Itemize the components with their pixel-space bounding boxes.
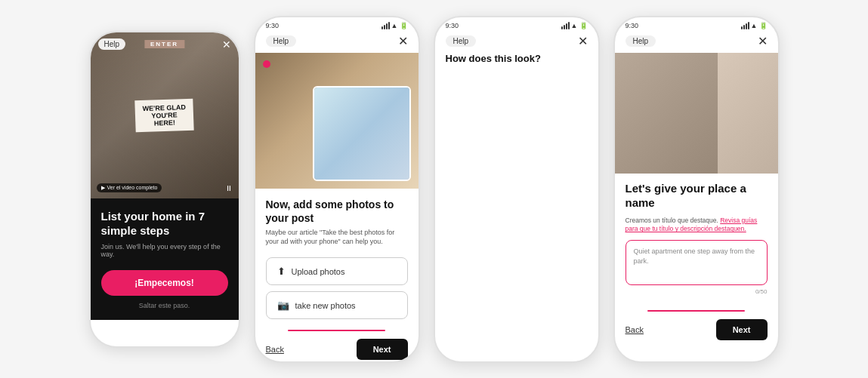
take-photos-button[interactable]: 📷 take new photos: [266, 291, 408, 319]
guides-link[interactable]: Revisa guías para que tu título y descri…: [626, 217, 758, 233]
status-bar-3: 9:30 ▲ 🔋: [435, 17, 598, 31]
status-bar-2: 9:30 ▲ 🔋: [255, 17, 419, 31]
enter-banner: ENTER: [144, 40, 184, 48]
phone3-top-bar: Help ✕: [435, 31, 598, 53]
phones-container: ENTER WE'RE GLAD YOU'RE HERE! ▶ Ver el v…: [89, 16, 780, 363]
subtitle: Join us. We'll help you every step of th…: [101, 243, 228, 258]
phone-3: 9:30 ▲ 🔋 Help ✕ How does this look? Drag…: [434, 16, 600, 363]
close-button-2[interactable]: ✕: [398, 34, 408, 48]
help-tag-4[interactable]: Help: [626, 35, 656, 47]
name-input[interactable]: Quiet apartment one step away from the p…: [626, 240, 768, 285]
signal-icon: [381, 22, 390, 29]
next-button-4[interactable]: Next: [716, 319, 768, 340]
time-4: 9:30: [626, 22, 639, 29]
how-header: How does this look? Drag to reorder ⬆ Up…: [435, 53, 598, 363]
next-button-2[interactable]: Next: [357, 339, 408, 360]
help-tag[interactable]: Help: [266, 35, 297, 47]
sign-line1: WE'RE GLAD: [142, 103, 185, 112]
phone-2: 9:30 ▲ 🔋 Help ✕ Now, add some photos to …: [254, 16, 420, 363]
status-icons-3: ▲ 🔋: [561, 22, 588, 29]
camera-preview: [255, 53, 419, 189]
phone4-top-bar: Help ✕: [615, 31, 778, 53]
record-dot: [263, 60, 270, 68]
status-icons-4: ▲ 🔋: [741, 22, 768, 29]
battery-icon-3: 🔋: [579, 22, 588, 29]
nav-bar-2: Back Next: [255, 331, 419, 362]
nav-bar-4: Back Next: [615, 312, 778, 351]
back-button-2[interactable]: Back: [266, 345, 284, 354]
hero-two-panel: [615, 53, 778, 174]
upload-icon: ⬆: [277, 266, 286, 277]
room-content: [314, 88, 409, 180]
skip-text: Saltar este paso.: [101, 302, 228, 309]
char-count: 0/50: [626, 288, 768, 295]
phone2-top-bar: Help ✕: [255, 31, 419, 53]
sign: WE'RE GLAD YOU'RE HERE!: [134, 98, 194, 132]
upload-photos-button[interactable]: ⬆ Upload photos: [266, 257, 408, 285]
battery-icon: 🔋: [400, 22, 408, 29]
camera-icon: 📷: [277, 300, 289, 311]
section-title: Now, add some photos to your post: [266, 198, 408, 225]
phone4-hero: [615, 53, 778, 174]
pause-button[interactable]: ⏸: [225, 184, 233, 192]
battery-icon-4: 🔋: [759, 22, 768, 29]
name-section: Let's give your place a name Creamos un …: [615, 174, 778, 300]
wifi-icon-4: ▲: [751, 22, 758, 29]
close-button[interactable]: ✕: [222, 38, 231, 51]
close-button-3[interactable]: ✕: [578, 34, 588, 48]
phone-4: 9:30 ▲ 🔋 Help ✕ Let's give your place a …: [613, 16, 780, 363]
phone1-hero: ENTER WE'RE GLAD YOU'RE HERE! ▶ Ver el v…: [91, 32, 239, 198]
wifi-icon-3: ▲: [571, 22, 578, 29]
upload-section: Now, add some photos to your post Maybe …: [255, 189, 419, 320]
desc-text: Creamos un título que destaque. Revisa g…: [626, 217, 768, 235]
main-title: List your home in 7 simple steps: [101, 209, 228, 238]
room-preview: [313, 86, 411, 181]
how-title: How does this look?: [446, 53, 600, 363]
hero-left: [615, 53, 718, 174]
status-bar-4: 9:30 ▲ 🔋: [615, 17, 778, 31]
section-sub: Maybe our article "Take the best photos …: [266, 228, 408, 247]
close-button-4[interactable]: ✕: [758, 34, 768, 48]
status-icons: ▲ 🔋: [381, 22, 408, 29]
time-3: 9:30: [446, 22, 459, 29]
time: 9:30: [266, 22, 280, 29]
signal-icon-4: [741, 22, 749, 29]
help-tag-3[interactable]: Help: [446, 35, 477, 47]
signal-icon-3: [561, 22, 570, 29]
play-icon: ▶: [101, 185, 105, 191]
cta-button[interactable]: ¡Empecemos!: [101, 270, 228, 296]
sign-line3: HERE!: [143, 118, 186, 127]
name-title: Let's give your place a name: [626, 181, 768, 211]
phone-1: ENTER WE'RE GLAD YOU'RE HERE! ▶ Ver el v…: [89, 31, 240, 348]
video-badge[interactable]: ▶ Ver el video completo: [97, 183, 162, 192]
wifi-icon: ▲: [391, 22, 398, 29]
phone1-content: List your home in 7 simple steps Join us…: [91, 198, 239, 320]
back-button-4[interactable]: Back: [626, 325, 644, 334]
hero-right: [718, 53, 778, 174]
help-button[interactable]: Help: [98, 38, 126, 50]
